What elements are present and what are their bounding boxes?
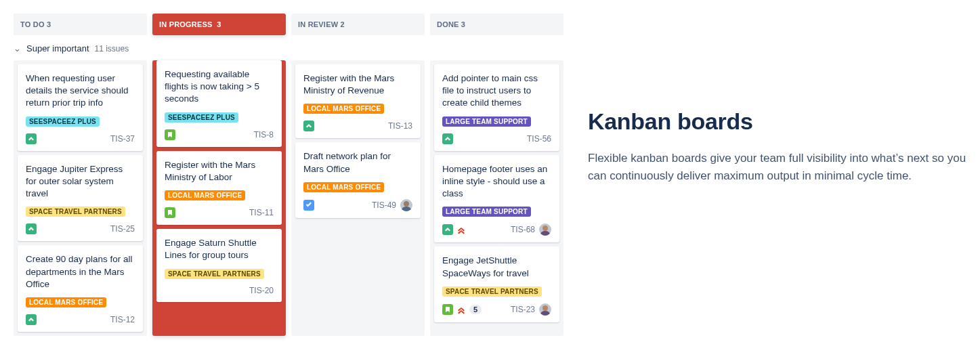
issue-title: Engage JetShuttle SpaceWays for travel: [442, 255, 551, 279]
issue-label: LOCAL MARS OFFICE: [165, 190, 245, 200]
column-title: DONE: [437, 20, 459, 28]
issue-key: TIS-37: [110, 134, 135, 144]
issue-card[interactable]: Requesting available flights is now taki…: [156, 60, 282, 147]
column-count: 3: [47, 20, 51, 28]
bookmark-icon: [442, 304, 453, 315]
issue-title: Draft network plan for Mars Office: [303, 150, 412, 175]
issue-key: TIS-12: [110, 315, 135, 324]
story-icon: [442, 224, 453, 235]
issue-title: Requesting available flights is now taki…: [165, 68, 274, 106]
issue-title: Homepage footer uses an inline style - s…: [442, 163, 551, 200]
issue-title: Engage Saturn Shuttle Lines for group to…: [165, 237, 274, 261]
assignee-avatar[interactable]: [539, 223, 551, 236]
kanban-board: TO DO 3 IN PROGRESS 3 IN REVIEW 2 DONE 3…: [14, 14, 563, 336]
issue-label: LOCAL MARS OFFICE: [303, 182, 384, 192]
issue-title: Create 90 day plans for all departments …: [26, 253, 135, 291]
priority-high-icon: [456, 225, 466, 234]
issue-card[interactable]: Engage JetShuttle SpaceWays for travel S…: [434, 247, 559, 322]
column-headers-row: TO DO 3 IN PROGRESS 3 IN REVIEW 2 DONE 3: [14, 14, 563, 35]
column-title: TO DO: [20, 20, 45, 28]
issue-key: TIS-68: [511, 225, 535, 234]
column-todo-header-wrap: TO DO 3: [14, 14, 147, 35]
issue-title: Register with the Mars Ministry of Labor: [165, 159, 274, 184]
issue-key: TIS-11: [249, 208, 274, 217]
issue-label: SPACE TRAVEL PARTNERS: [442, 286, 542, 297]
story-icon: [442, 133, 453, 144]
column-todo[interactable]: When requesting user details the service…: [14, 60, 147, 336]
issue-card[interactable]: Homepage footer uses an inline style - s…: [434, 155, 559, 243]
column-count: 3: [217, 20, 221, 28]
column-bodies-row: When requesting user details the service…: [14, 60, 563, 336]
feature-callout: Kanban boards Flexible kanban boards giv…: [588, 14, 966, 186]
issue-card[interactable]: When requesting user details the service…: [18, 64, 143, 151]
swimlane-issue-count: 11 issues: [95, 44, 129, 54]
issue-card[interactable]: Create 90 day plans for all departments …: [18, 245, 143, 332]
issue-title: Register with the Mars Ministry of Reven…: [303, 72, 412, 97]
issue-label: LOCAL MARS OFFICE: [26, 297, 106, 307]
issue-card[interactable]: Draft network plan for Mars Office LOCAL…: [295, 142, 421, 217]
story-icon: [303, 121, 314, 131]
estimate-badge: 5: [469, 305, 482, 314]
issue-label: SEESPACEEZ PLUS: [165, 112, 238, 123]
task-icon: [303, 200, 314, 211]
bookmark-icon: [165, 207, 175, 218]
issue-key: TIS-23: [511, 305, 535, 314]
story-icon: [26, 133, 37, 144]
bookmark-icon: [165, 129, 175, 140]
issue-key: TIS-56: [527, 134, 551, 144]
issue-label: SEESPACEEZ PLUS: [26, 116, 100, 127]
swimlane-toggle[interactable]: ⌄ Super important 11 issues: [14, 41, 563, 55]
column-count: 3: [461, 20, 465, 28]
assignee-avatar[interactable]: [539, 303, 551, 316]
issue-label: LOCAL MARS OFFICE: [303, 104, 384, 114]
issue-title: Engage Jupiter Express for outer solar s…: [26, 163, 135, 200]
column-progress-header-wrap: IN PROGRESS 3: [152, 14, 286, 35]
column-review-header-wrap: IN REVIEW 2: [291, 14, 425, 35]
column-done-header-wrap: DONE 3: [430, 14, 563, 35]
issue-key: TIS-8: [254, 130, 274, 140]
issue-card[interactable]: Register with the Mars Ministry of Reven…: [295, 64, 421, 138]
feature-body: Flexible kanban boards give your team fu…: [588, 150, 966, 186]
issue-label: LARGE TEAM SUPPORT: [442, 116, 531, 127]
issue-title: Add pointer to main css file to instruct…: [442, 72, 551, 110]
feature-heading: Kanban boards: [588, 108, 966, 135]
issue-card[interactable]: Engage Jupiter Express for outer solar s…: [18, 155, 143, 242]
chevron-down-icon: ⌄: [14, 43, 21, 54]
column-review[interactable]: Register with the Mars Ministry of Reven…: [291, 60, 425, 336]
priority-high-icon: [456, 305, 466, 314]
column-count: 2: [341, 20, 345, 28]
issue-card[interactable]: Register with the Mars Ministry of Labor…: [156, 151, 282, 225]
issue-title: When requesting user details the service…: [26, 72, 135, 110]
story-icon: [26, 314, 37, 325]
column-review-header[interactable]: IN REVIEW 2: [291, 14, 425, 35]
column-title: IN PROGRESS: [159, 20, 213, 28]
column-done[interactable]: Add pointer to main css file to instruct…: [430, 60, 563, 336]
assignee-avatar[interactable]: [400, 199, 412, 211]
issue-key: TIS-13: [388, 121, 412, 131]
issue-label: LARGE TEAM SUPPORT: [442, 207, 531, 217]
issue-label: SPACE TRAVEL PARTNERS: [26, 207, 125, 217]
issue-key: TIS-20: [249, 286, 274, 295]
issue-key: TIS-49: [372, 200, 396, 210]
issue-label: SPACE TRAVEL PARTNERS: [165, 269, 264, 279]
column-progress[interactable]: Requesting available flights is now taki…: [152, 60, 286, 336]
story-icon: [26, 223, 37, 234]
column-done-header[interactable]: DONE 3: [430, 14, 563, 35]
column-title: IN REVIEW: [298, 20, 338, 28]
swimlane-name: Super important: [26, 43, 89, 54]
column-progress-header[interactable]: IN PROGRESS 3: [152, 14, 286, 35]
issue-card[interactable]: Add pointer to main css file to instruct…: [434, 64, 559, 151]
issue-key: TIS-25: [110, 224, 135, 234]
issue-card[interactable]: Engage Saturn Shuttle Lines for group to…: [156, 229, 282, 301]
column-todo-header[interactable]: TO DO 3: [14, 14, 147, 35]
